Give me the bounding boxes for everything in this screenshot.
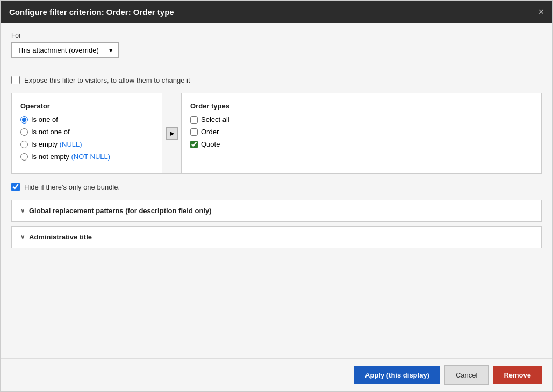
expose-row: Expose this filter to visitors, to allow…	[11, 76, 542, 84]
cancel-button[interactable]: Cancel	[444, 365, 489, 385]
radio-is-empty-label: Is empty (NULL)	[31, 140, 82, 148]
expose-label: Expose this filter to visitors, to allow…	[24, 76, 190, 84]
checkbox-order-input[interactable]	[190, 128, 198, 136]
checkbox-order: Order	[190, 128, 533, 136]
hide-bundle-label: Hide if there's only one bundle.	[24, 183, 120, 191]
radio-is-not-one-of: Is not one of	[20, 128, 153, 136]
radio-is-not-one-of-label: Is not one of	[31, 128, 70, 136]
radio-is-empty-input[interactable]	[20, 141, 28, 148]
filter-panel: Operator Is one of Is not one of Is empt…	[11, 93, 542, 174]
radio-is-empty: Is empty (NULL)	[20, 140, 153, 148]
operator-heading: Operator	[20, 102, 153, 110]
checkbox-order-label: Order	[201, 128, 219, 136]
radio-is-not-empty-input[interactable]	[20, 153, 28, 161]
chevron-down-icon: ▾	[109, 46, 113, 54]
admin-title-section: ∨ Administrative title	[11, 226, 542, 248]
radio-is-one-of: Is one of	[20, 115, 153, 124]
modal-title: Configure filter criterion: Order: Order…	[9, 8, 174, 17]
arrow-button[interactable]: ▶	[166, 127, 178, 140]
hide-bundle-checkbox[interactable]	[11, 183, 20, 191]
null-label-not-empty: (NOT NULL)	[71, 153, 110, 161]
for-label: For	[11, 32, 542, 39]
checkbox-quote-input[interactable]	[190, 141, 198, 148]
radio-is-not-empty-label: Is not empty (NOT NULL)	[31, 153, 110, 161]
global-replacement-heading: Global replacement patterns (for descrip…	[29, 207, 212, 215]
for-dropdown[interactable]: This attachment (override) ▾	[11, 42, 119, 58]
modal-body: For This attachment (override) ▾ Expose …	[1, 23, 552, 358]
admin-title-heading: Administrative title	[29, 233, 92, 241]
radio-is-not-one-of-input[interactable]	[20, 128, 28, 136]
modal-footer: Apply (this display) Cancel Remove	[1, 358, 552, 391]
null-label-empty: (NULL)	[60, 140, 82, 148]
radio-is-not-empty: Is not empty (NOT NULL)	[20, 153, 153, 161]
arrow-divider: ▶	[162, 93, 182, 173]
apply-button[interactable]: Apply (this display)	[354, 366, 440, 384]
chevron-down-global: ∨	[20, 207, 25, 214]
operator-section: Operator Is one of Is not one of Is empt…	[12, 93, 162, 173]
admin-title-header[interactable]: ∨ Administrative title	[12, 227, 541, 248]
radio-is-one-of-label: Is one of	[31, 115, 58, 124]
order-types-section: Order types Select all Order Quote	[182, 93, 541, 173]
order-types-heading: Order types	[190, 102, 533, 110]
checkbox-select-all-input[interactable]	[190, 116, 198, 124]
expose-checkbox[interactable]	[11, 76, 20, 84]
checkbox-select-all-label: Select all	[201, 115, 229, 124]
radio-is-one-of-input[interactable]	[20, 116, 28, 124]
checkbox-select-all: Select all	[190, 115, 533, 124]
for-dropdown-value: This attachment (override)	[17, 46, 99, 54]
checkbox-quote: Quote	[190, 140, 533, 148]
remove-button[interactable]: Remove	[493, 366, 542, 384]
modal-header: Configure filter criterion: Order: Order…	[1, 1, 552, 23]
close-button[interactable]: ×	[538, 7, 544, 17]
for-section: For This attachment (override) ▾	[11, 32, 542, 58]
divider	[11, 67, 542, 67]
checkbox-quote-label: Quote	[201, 140, 220, 148]
global-replacement-section: ∨ Global replacement patterns (for descr…	[11, 200, 542, 222]
hide-bundle-row: Hide if there's only one bundle.	[11, 183, 542, 191]
chevron-down-admin: ∨	[20, 234, 25, 241]
modal-dialog: Configure filter criterion: Order: Order…	[0, 0, 553, 392]
global-replacement-header[interactable]: ∨ Global replacement patterns (for descr…	[12, 200, 541, 221]
